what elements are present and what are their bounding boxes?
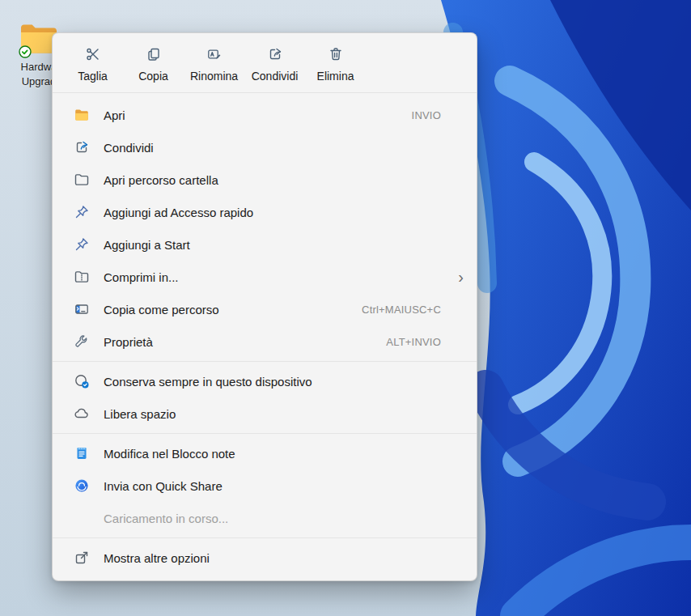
cut-button[interactable]: Taglia bbox=[62, 43, 123, 86]
menu-list: Apri INVIO Condividi Apri percorso carte… bbox=[53, 93, 477, 580]
menu-item-caricamento: Caricamento in corso... bbox=[53, 502, 477, 534]
menu-item-libera-spazio[interactable]: Libera spazio bbox=[53, 397, 477, 430]
pin-icon bbox=[74, 236, 90, 253]
copy-icon bbox=[146, 46, 162, 65]
command-bar: Taglia Copia Rinomina Condividi bbox=[53, 33, 477, 93]
scissors-icon bbox=[85, 46, 101, 65]
share-button[interactable]: Condividi bbox=[244, 43, 305, 86]
zip-folder-icon bbox=[74, 269, 90, 285]
menu-item-start[interactable]: Aggiungi a Start bbox=[53, 228, 477, 261]
empty-icon-slot bbox=[74, 510, 90, 526]
menu-separator bbox=[53, 537, 477, 538]
sync-check-badge-icon bbox=[19, 46, 31, 57]
menu-item-copia-percorso[interactable]: Copia come percorso Ctrl+MAIUSC+C bbox=[53, 293, 477, 325]
delete-button[interactable]: Elimina bbox=[305, 43, 366, 86]
shortcut-label: ALT+INVIO bbox=[386, 336, 441, 348]
folder-outline-icon bbox=[74, 172, 90, 188]
show-more-options-icon bbox=[74, 550, 90, 566]
share-icon bbox=[267, 46, 283, 65]
menu-separator bbox=[53, 361, 477, 362]
keep-on-device-icon bbox=[74, 373, 90, 389]
desktop: Hardwa Upgrad Taglia Copia bbox=[0, 0, 691, 616]
shortcut-label: INVIO bbox=[412, 109, 441, 121]
menu-item-apri-percorso-cartella[interactable]: Apri percorso cartella bbox=[53, 164, 477, 196]
shortcut-label: Ctrl+MAIUSC+C bbox=[362, 304, 441, 316]
notepad-icon bbox=[74, 445, 90, 461]
properties-wrench-icon bbox=[74, 333, 90, 350]
context-menu: Taglia Copia Rinomina Condividi bbox=[52, 32, 477, 581]
rename-icon bbox=[206, 46, 223, 65]
menu-item-conserva-dispositivo[interactable]: Conserva sempre in questo dispositivo bbox=[53, 365, 477, 397]
menu-separator bbox=[53, 433, 477, 434]
copy-button[interactable]: Copia bbox=[123, 43, 184, 86]
copy-path-icon bbox=[74, 301, 90, 317]
quick-share-icon bbox=[74, 478, 90, 494]
share-icon bbox=[74, 139, 90, 155]
trash-icon bbox=[328, 46, 344, 65]
menu-item-apri[interactable]: Apri INVIO bbox=[53, 99, 477, 131]
submenu-chevron-icon: › bbox=[458, 269, 464, 285]
open-folder-icon bbox=[74, 107, 90, 123]
menu-item-comprimi[interactable]: Comprimi in... › bbox=[53, 261, 477, 293]
pin-icon bbox=[74, 204, 90, 220]
menu-item-mostra-altre-opzioni[interactable]: Mostra altre opzioni bbox=[53, 542, 477, 574]
menu-item-blocco-note[interactable]: Modifica nel Blocco note bbox=[53, 437, 477, 469]
menu-item-condividi[interactable]: Condividi bbox=[53, 131, 477, 164]
cloud-icon bbox=[74, 406, 90, 422]
rename-button[interactable]: Rinomina bbox=[184, 43, 244, 86]
menu-item-accesso-rapido[interactable]: Aggiungi ad Accesso rapido bbox=[53, 196, 477, 228]
menu-item-quick-share[interactable]: Invia con Quick Share bbox=[53, 469, 477, 502]
menu-item-proprieta[interactable]: Proprietà ALT+INVIO bbox=[53, 325, 477, 358]
